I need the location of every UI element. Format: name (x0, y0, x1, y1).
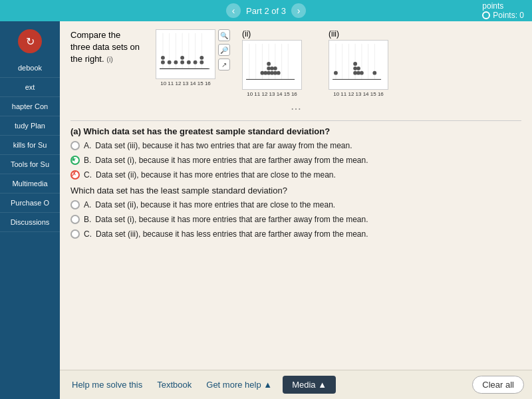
choice-b2-label: B. (84, 214, 91, 225)
external-i-btn[interactable]: ↗ (218, 59, 230, 70)
points-label: points (482, 1, 503, 11)
choice-a1-text: Data set (iii), because it has two entri… (95, 140, 352, 152)
part-a-question: (a) Which data set has the greatest samp… (70, 126, 521, 136)
sidebar: ↻ debook ext hapter Con tudy Plan kills … (0, 21, 60, 399)
graph-i-plot (156, 29, 215, 79)
textbook-btn[interactable]: Textbook (153, 377, 196, 392)
radio-b1[interactable] (70, 156, 80, 165)
section-divider (70, 120, 521, 121)
compare-header: Compare the three data sets on the right… (70, 29, 521, 97)
top-bar: ‹ Part 2 of 3 › points Points: 0 (0, 0, 532, 21)
part-label: Part 2 of 3 (246, 6, 286, 16)
graphs-row: 10 11 12 13 14 15 16 🔍 🔎 ↗ (ii) (156, 29, 388, 97)
radio-a2[interactable] (70, 200, 80, 209)
graph-iii-wrapper: 10 11 12 13 14 15 16 (329, 40, 388, 97)
sidebar-item-multimedia[interactable]: Multimedia (0, 174, 60, 194)
sub-question: Which data set has the least sample stan… (70, 186, 521, 196)
choice-b1-label: B. (84, 155, 91, 166)
radio-a1[interactable] (70, 141, 80, 150)
svg-point-50 (356, 66, 360, 70)
choice-a2[interactable]: A. Data set (ii), because it has more en… (70, 200, 521, 211)
svg-point-10 (168, 61, 172, 65)
svg-point-14 (187, 61, 191, 65)
zoom-i-out-btn[interactable]: 🔎 (218, 44, 230, 56)
graph-ii-xaxis: 10 11 12 13 14 15 16 (247, 91, 297, 97)
choice-a1-label: A. (84, 140, 91, 152)
help-btn[interactable]: Help me solve this (68, 377, 146, 392)
choice-a1[interactable]: A. Data set (iii), because it has two en… (70, 140, 521, 152)
zoom-i-btn[interactable]: 🔍 (218, 29, 230, 41)
prev-arrow[interactable]: ‹ (226, 3, 241, 18)
media-btn[interactable]: Media ▲ (283, 376, 336, 394)
sidebar-item-study[interactable]: tudy Plan (0, 116, 60, 136)
graph-i-container: 10 11 12 13 14 15 16 🔍 🔎 ↗ (156, 29, 215, 86)
choice-c1[interactable]: C. Data set (ii), because it has more en… (70, 170, 521, 181)
choice-c2-text: Data set (iii), because it has less entr… (96, 229, 368, 240)
choice-a2-text: Data set (ii), because it has more entri… (95, 200, 335, 211)
sidebar-item-debook[interactable]: debook (0, 59, 60, 78)
radio-b2[interactable] (70, 215, 80, 224)
svg-point-12 (180, 61, 184, 65)
graph-iii-svg (329, 41, 388, 89)
radio-c2[interactable] (70, 229, 80, 239)
sidebar-icon[interactable]: ↻ (18, 29, 42, 53)
choice-b1-text: Data set (i), because it has more entrie… (95, 155, 368, 166)
graph-iii-section: (iii) (329, 29, 388, 97)
svg-point-15 (194, 61, 198, 65)
choice-a2-label: A. (84, 200, 91, 211)
sidebar-item-chapter[interactable]: hapter Con (0, 97, 60, 116)
dots-hint: ⋯ (70, 102, 521, 115)
graph-i-wrapper: 10 11 12 13 14 15 16 (156, 29, 215, 86)
compare-text: Compare the three data sets on the right… (70, 29, 144, 66)
choice-c1-text: Data set (ii), because it has more entri… (96, 170, 336, 181)
graph-iii-xaxis: 10 11 12 13 14 15 16 (333, 91, 384, 97)
svg-point-52 (372, 71, 376, 75)
graph-i-svg (156, 30, 215, 78)
graph-ii-svg (243, 41, 301, 89)
sidebar-item-ext[interactable]: ext (0, 78, 60, 97)
content-area: Compare the three data sets on the right… (60, 21, 532, 399)
sidebar-item-skills[interactable]: kills for Su (0, 136, 60, 155)
choice-c2[interactable]: C. Data set (iii), because it has less e… (70, 229, 521, 240)
graph-iii-plot (329, 40, 388, 90)
graph-i-xaxis: 10 11 12 13 14 15 16 (160, 80, 211, 86)
graph-ii-wrapper: 10 11 12 13 14 15 16 (242, 40, 302, 97)
svg-point-36 (277, 71, 281, 75)
main-layout: ↻ debook ext hapter Con tudy Plan kills … (0, 21, 532, 399)
choice-b2[interactable]: B. Data set (i), because it has more ent… (70, 214, 521, 225)
svg-point-48 (353, 62, 357, 66)
graph-ii-section: (ii) (242, 29, 302, 97)
choice-b2-text: Data set (i), because it has more entrie… (95, 214, 368, 225)
svg-point-31 (267, 62, 271, 66)
sidebar-item-tools[interactable]: Tools for Su (0, 155, 60, 174)
more-help-btn[interactable]: Get more help ▲ (202, 377, 276, 392)
sidebar-item-discussions[interactable]: Discussions (0, 213, 60, 232)
graph-iii-label: (iii) (329, 29, 388, 39)
points-display: points Points: 0 (482, 1, 524, 20)
points-value: Points: 0 (493, 11, 524, 20)
svg-point-8 (161, 61, 165, 65)
choice-c1-label: C. (84, 170, 92, 181)
svg-point-13 (180, 56, 184, 60)
part-navigation: ‹ Part 2 of 3 › (226, 3, 306, 18)
graph-i-icons: 🔍 🔎 ↗ (218, 29, 230, 70)
graph-ii-plot (242, 40, 302, 90)
question-section: Compare the three data sets on the right… (60, 21, 532, 370)
svg-point-17 (200, 56, 203, 60)
svg-point-9 (161, 56, 165, 60)
choice-c2-label: C. (84, 229, 92, 240)
graph-ii-label: (ii) (242, 29, 302, 39)
bottom-toolbar: Help me solve this Textbook Get more hel… (60, 370, 532, 399)
svg-point-35 (273, 66, 277, 70)
svg-point-45 (334, 71, 338, 75)
sidebar-item-purchase[interactable]: Purchase O (0, 194, 60, 213)
radio-c1[interactable] (70, 170, 80, 180)
next-arrow[interactable]: › (291, 3, 306, 18)
clear-all-btn[interactable]: Clear all (472, 376, 524, 394)
choice-b1[interactable]: B. Data set (i), because it has more ent… (70, 155, 521, 166)
svg-point-16 (200, 61, 203, 65)
svg-point-51 (360, 71, 364, 75)
svg-point-11 (174, 61, 178, 65)
